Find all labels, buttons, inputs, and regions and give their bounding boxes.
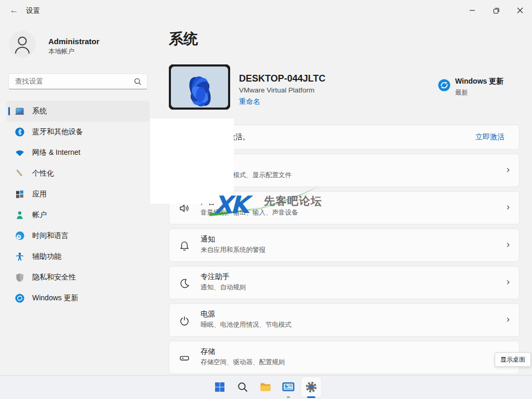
folder-icon [259, 381, 272, 393]
window-title: 设置 [26, 6, 40, 16]
row-subtitle: 来自应用和系统的警报 [201, 246, 265, 255]
sidebar-item-label: 网络 & Internet [32, 148, 81, 157]
accessibility-icon [15, 251, 25, 262]
search-icon[interactable] [134, 77, 142, 86]
device-image [169, 64, 230, 110]
restore-button[interactable] [484, 0, 508, 21]
close-button[interactable] [508, 0, 532, 21]
update-status-title[interactable]: Windows 更新 [455, 77, 503, 86]
minimize-icon [469, 7, 475, 14]
chevron-right-icon: › [507, 238, 510, 250]
activate-now-link[interactable]: 立即激活 [475, 132, 504, 142]
profile-account-type: 本地帐户 [48, 47, 74, 56]
paintbrush-icon [15, 168, 25, 179]
device-model: VMware Virtual Platform [239, 86, 314, 94]
chevron-right-icon: › [507, 164, 510, 175]
system-monitor-icon [282, 380, 295, 394]
chevron-right-icon: › [507, 276, 510, 287]
sidebar-item-label: 帐户 [32, 210, 47, 220]
sidebar-item-label: 隐私和安全性 [32, 273, 76, 282]
gear-icon [304, 380, 318, 394]
row-title: 通知 [201, 235, 215, 244]
sidebar-item-label: 系统 [32, 107, 47, 116]
chevron-right-icon: › [507, 313, 510, 325]
sidebar-nav: 系统 蓝牙和其他设备 网络 & Internet [6, 101, 150, 309]
bluetooth-icon [15, 127, 25, 137]
sidebar-item-accounts[interactable]: 帐户 [6, 205, 150, 225]
row-title: 专注助手 [201, 272, 230, 282]
back-arrow-icon: ← [10, 5, 19, 16]
back-button[interactable]: ← [6, 3, 22, 18]
row-subtitle: 存储空间、驱动器、配置规则 [201, 358, 285, 367]
sidebar-item-accessibility[interactable]: 辅助功能 [6, 246, 150, 267]
restore-icon [493, 7, 500, 14]
sidebar-item-apps[interactable]: 应用 [6, 184, 150, 205]
rename-link[interactable]: 重命名 [239, 97, 260, 107]
taskbar-search-button[interactable] [233, 377, 252, 397]
sidebar-item-label: 时间和语言 [32, 231, 69, 241]
person-icon [15, 210, 25, 220]
running-indicator [287, 396, 290, 398]
row-title: 存储 [201, 347, 215, 356]
minimize-button[interactable] [460, 0, 484, 21]
bell-icon [179, 240, 190, 251]
taskbar: 英 17:17 2021/9/20 [0, 375, 532, 399]
sidebar-item-personalization[interactable]: 个性化 [6, 163, 150, 184]
row-title: 电源 [201, 310, 215, 319]
sidebar-item-bluetooth-devices[interactable]: 蓝牙和其他设备 [6, 122, 150, 142]
row-subtitle: 通知、自动规则 [201, 283, 246, 292]
show-desktop-tooltip: 显示桌面 [495, 352, 531, 367]
sidebar-item-privacy-security[interactable]: 隐私和安全性 [6, 267, 150, 288]
system-monitor-app-button[interactable] [278, 377, 298, 397]
sidebar-item-label: 辅助功能 [32, 252, 61, 261]
row-subtitle: 睡眠、电池使用情况、节电模式 [201, 321, 291, 329]
search-icon [237, 381, 248, 393]
row-subtitle: 音量级别、输出、输入、声音设备 [201, 208, 298, 217]
close-icon [517, 7, 523, 14]
page-title: 系统 [169, 29, 198, 49]
sidebar-item-label: 蓝牙和其他设备 [32, 127, 83, 137]
clock-language-icon [15, 231, 25, 241]
settings-window: ← 设置 Administrator 本地帐户 [0, 0, 532, 399]
chevron-right-icon: › [507, 201, 510, 212]
update-status-value: 最新 [455, 88, 468, 97]
row-storage[interactable]: 存储 存储空间、驱动器、配置规则 › [169, 341, 520, 374]
windows-update-status-icon [437, 78, 451, 92]
storage-drive-icon [179, 352, 190, 364]
windows-logo-icon [214, 381, 225, 393]
moon-icon [179, 277, 190, 289]
avatar [9, 31, 36, 58]
profile-name: Administrator [48, 37, 99, 46]
power-icon [179, 315, 190, 326]
sidebar-item-label: 应用 [32, 190, 47, 199]
white-overlay-popup [150, 118, 234, 204]
row-power[interactable]: 电源 睡眠、电池使用情况、节电模式 › [169, 303, 520, 337]
wifi-icon [15, 148, 25, 158]
search-box[interactable] [8, 73, 148, 89]
sync-icon [15, 293, 25, 303]
search-input[interactable] [15, 74, 132, 88]
sidebar-item-time-language[interactable]: 时间和语言 [6, 225, 150, 246]
sidebar-item-system[interactable]: 系统 [6, 101, 150, 122]
row-focus-assist[interactable]: 专注助手 通知、自动规则 › [169, 266, 520, 299]
sidebar-item-network[interactable]: 网络 & Internet [6, 142, 150, 163]
apps-icon [15, 189, 25, 200]
settings-app-button[interactable] [301, 377, 321, 397]
sidebar-item-windows-update[interactable]: Windows 更新 [6, 288, 150, 309]
selected-indicator [8, 107, 10, 115]
active-indicator [307, 396, 315, 398]
sidebar-item-label: Windows 更新 [32, 294, 78, 303]
start-button[interactable] [210, 377, 230, 397]
titlebar: ← 设置 [0, 0, 532, 21]
shield-icon [15, 272, 25, 283]
system-icon [15, 106, 25, 116]
file-explorer-button[interactable] [256, 377, 275, 397]
row-notifications[interactable]: 通知 来自应用和系统的警报 › [169, 229, 520, 262]
sidebar-item-label: 个性化 [32, 169, 54, 178]
device-name: DESKTOP-044JLTC [239, 73, 325, 84]
speaker-icon [179, 203, 190, 214]
